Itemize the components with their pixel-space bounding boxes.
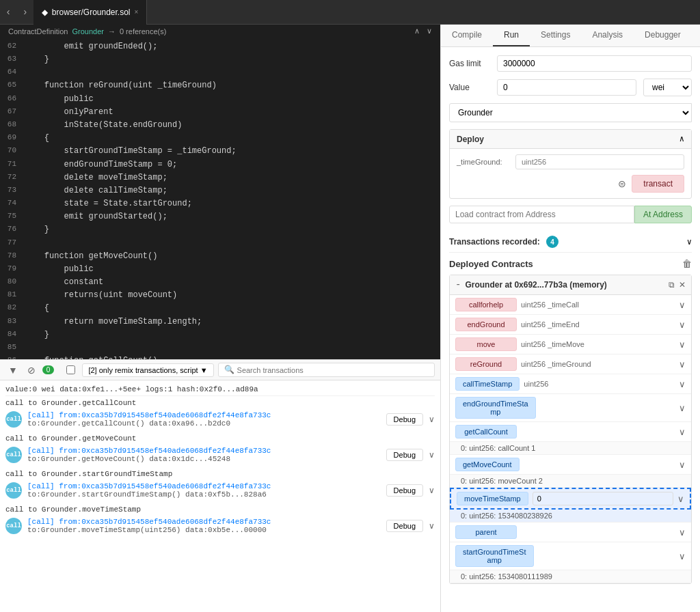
fn-button-getCallCount[interactable]: getCallCount: [455, 425, 517, 439]
breadcrumb-expand-up[interactable]: ∧: [414, 27, 420, 36]
debug-button[interactable]: Debug: [386, 449, 423, 461]
gas-limit-row: Gas limit: [449, 55, 692, 72]
debug-button[interactable]: Debug: [386, 520, 423, 532]
contract-selector: Grounder: [449, 103, 692, 122]
fn-expand-button[interactable]: ∨: [679, 320, 686, 330]
log-entry: value:0 wei data:0xfe1...+5ee+ logs:1 ha…: [5, 383, 435, 396]
code-line: 70 startGroundTimeStamp = _timeGround;: [0, 145, 440, 158]
call-to: to:Grounder.moveTimeStamp(uint256) data:…: [27, 526, 381, 534]
fn-row: getMoveCount∨: [450, 455, 691, 475]
console-down-button[interactable]: ▼: [5, 363, 21, 377]
code-line: 81 returns(uint moveCount): [0, 289, 440, 302]
nav-back-button[interactable]: ‹: [0, 7, 16, 18]
fn-button-endGround[interactable]: endGround: [455, 318, 517, 331]
fn-button-endGroundTimeStamp[interactable]: endGroundTimeSta mp: [455, 397, 536, 419]
call-block: call[call] from:0xca35b7d915458ef540ade6…: [5, 444, 435, 467]
fn-expand-button[interactable]: ∨: [677, 494, 684, 504]
breadcrumb-arrow: →: [108, 27, 116, 36]
tab-file-icon: ◆: [42, 8, 48, 17]
expand-button[interactable]: ∨: [429, 450, 435, 460]
debug-button[interactable]: Debug: [386, 413, 423, 426]
console-badge: 0: [42, 365, 55, 374]
fn-param: uint256 _timeEnd: [521, 320, 580, 329]
tx-recorded-label: Transactions recorded: 4: [449, 236, 558, 248]
tab-analysis[interactable]: Analysis: [581, 25, 634, 46]
deploy-collapse-icon[interactable]: ∧: [679, 134, 684, 144]
fn-expand-button[interactable]: ∨: [679, 359, 686, 370]
instance-close-button[interactable]: ✕: [679, 280, 686, 290]
value-label: Value: [449, 83, 490, 92]
tab-settings[interactable]: Settings: [530, 25, 581, 46]
expand-button[interactable]: ∨: [429, 486, 435, 495]
code-line: 75 emit groundStarted();: [0, 210, 440, 223]
contract-dropdown[interactable]: Grounder: [449, 103, 692, 122]
fn-expand-button[interactable]: ∨: [679, 379, 686, 389]
right-panel-content: Gas limit Value weigweifinneyether Groun…: [441, 47, 700, 612]
fn-output: 0: uint256: callCount 1: [450, 442, 691, 455]
deploy-param-input[interactable]: [515, 154, 684, 169]
search-box: 🔍: [218, 363, 435, 377]
fn-button-reGround[interactable]: reGround: [455, 357, 517, 371]
tab-run[interactable]: Run: [493, 25, 530, 46]
search-input[interactable]: [237, 366, 429, 374]
fn-input[interactable]: [533, 492, 673, 505]
fn-button-parent[interactable]: parent: [455, 525, 517, 539]
fn-button-callTimeStamp[interactable]: callTimeStamp: [455, 377, 520, 391]
fn-button-callforhelp[interactable]: callforhelp: [455, 298, 517, 311]
active-tab[interactable]: ◆ browser/Grounder.sol ×: [33, 0, 148, 25]
value-row: Value weigweifinneyether: [449, 79, 692, 96]
unit-select[interactable]: weigweifinneyether: [643, 79, 692, 96]
transact-button[interactable]: transact: [632, 175, 684, 193]
nav-forward-button[interactable]: ›: [16, 7, 33, 18]
contract-instance-header: - Grounder at 0x692...77b3a (memory) ⧉ ✕: [450, 275, 691, 295]
copy-button[interactable]: ⊜: [618, 178, 626, 189]
instance-collapse-button[interactable]: -: [455, 279, 461, 290]
fn-output: 0: uint256: 1534080238926: [450, 510, 691, 523]
tx-filter-dropdown[interactable]: [2] only remix transactions, script ▼: [82, 363, 213, 377]
fn-expand-button[interactable]: ∨: [679, 551, 686, 561]
value-input[interactable]: [497, 79, 636, 96]
fn-expand-button[interactable]: ∨: [679, 427, 686, 437]
fn-expand-button[interactable]: ∨: [679, 300, 686, 310]
fn-button-move[interactable]: move: [455, 337, 517, 351]
debug-button[interactable]: Debug: [386, 484, 423, 497]
tx-recorded-expand[interactable]: ∨: [687, 237, 692, 247]
tab-debugger[interactable]: Debugger: [634, 25, 692, 46]
fn-button-moveTimeStamp[interactable]: moveTimeStamp: [457, 492, 528, 505]
fn-param: uint256: [524, 380, 548, 388]
load-contract-input[interactable]: [449, 206, 634, 223]
code-line: 62 emit groundEnded();: [0, 40, 440, 53]
fn-button-startGroundTimeStamp[interactable]: startGroundTimeSt amp: [455, 545, 534, 567]
breadcrumb-expand-down[interactable]: ∨: [427, 27, 432, 36]
code-line: 85: [0, 342, 440, 354]
fn-expand-button[interactable]: ∨: [679, 527, 686, 538]
breadcrumb-references: 0 reference(s): [120, 27, 166, 36]
console-checkbox[interactable]: [66, 365, 75, 374]
tab-support[interactable]: Support: [692, 25, 700, 46]
fn-row: getCallCount∨: [450, 422, 691, 442]
trash-button[interactable]: 🗑: [682, 258, 692, 269]
code-line: 66 public: [0, 93, 440, 106]
code-line: 77: [0, 237, 440, 250]
instance-copy-button[interactable]: ⧉: [669, 280, 675, 290]
tab-compile[interactable]: Compile: [441, 25, 493, 46]
code-line: 65 function reGround(uint _timeGround): [0, 79, 440, 92]
code-line: 79 public: [0, 263, 440, 276]
console-clear-button[interactable]: ⊘: [25, 363, 38, 377]
fn-param: uint256 _timeGround: [521, 360, 591, 368]
deploy-label: Deploy: [457, 135, 484, 144]
at-address-button[interactable]: At Address: [634, 206, 692, 223]
fn-row: reGrounduint256 _timeGround∨: [450, 354, 691, 374]
gas-limit-input[interactable]: [497, 55, 692, 72]
expand-button[interactable]: ∨: [429, 415, 435, 424]
fn-button-getMoveCount[interactable]: getMoveCount: [455, 458, 520, 471]
code-line: 80 constant: [0, 276, 440, 289]
fn-row: callTimeStampuint256∨: [450, 374, 691, 394]
log-label: call to Grounder.getMoveCount: [5, 432, 435, 444]
fn-expand-button[interactable]: ∨: [679, 460, 686, 470]
tab-close-button[interactable]: ×: [135, 8, 139, 16]
fn-expand-button[interactable]: ∨: [679, 339, 686, 350]
fn-expand-button[interactable]: ∨: [679, 403, 686, 413]
expand-button[interactable]: ∨: [429, 521, 435, 531]
fn-output: 0: uint256: 1534080111989: [450, 570, 691, 583]
